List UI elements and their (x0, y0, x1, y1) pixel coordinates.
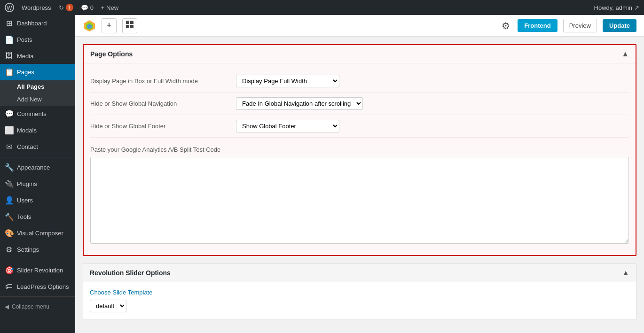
sidebar-label-pages: Pages (17, 69, 34, 76)
svg-rect-7 (126, 25, 129, 28)
revolution-slider-panel: Revolution Slider Options ▲ Choose Slide… (83, 263, 636, 319)
wp-logo-icon[interactable]: W (5, 3, 14, 12)
sidebar-divider-3 (0, 296, 75, 297)
new-label: + New (101, 4, 118, 11)
preview-button[interactable]: Preview (563, 19, 597, 32)
footer-select[interactable]: Show Global Footer Hide Global Footer (236, 120, 339, 132)
sidebar-item-contact[interactable]: ✉ Contact (0, 139, 75, 155)
footer-control: Show Global Footer Hide Global Footer (236, 120, 339, 132)
posts-icon: 📄 (5, 35, 13, 44)
sidebar-label-media: Media (17, 53, 33, 60)
sidebar-label-tools: Tools (17, 213, 31, 220)
sidebar-item-appearance[interactable]: 🔧 Appearance (0, 159, 75, 176)
sidebar-item-pages[interactable]: 📋 Pages (0, 64, 75, 80)
svg-text:W: W (7, 5, 12, 11)
plus-icon: + (107, 21, 112, 31)
sidebar-label-visual-composer: Visual Composer (17, 230, 63, 237)
analytics-label: Paste your Google Analytics A/B Split Te… (90, 142, 220, 153)
howdy-text: Howdy, admin (594, 4, 632, 11)
leadpress-icon: 🏷 (5, 282, 13, 291)
footer-row: Hide or Show Global Footer Show Global F… (90, 115, 629, 138)
svg-rect-6 (130, 21, 134, 24)
sidebar-subitem-add-new[interactable]: Add New (0, 93, 75, 106)
app-logo (83, 19, 96, 32)
sidebar-item-dashboard[interactable]: ⊞ Dashboard (0, 15, 75, 31)
sidebar-divider-2 (0, 260, 75, 260)
revolution-slider-header: Revolution Slider Options ▲ (83, 264, 636, 282)
sidebar-label-users: Users (17, 197, 33, 204)
sidebar-item-plugins[interactable]: 🔌 Plugins (0, 176, 75, 192)
media-icon: 🖼 (5, 52, 13, 60)
appearance-icon: 🔧 (5, 163, 13, 172)
slider-revolution-icon: 🎯 (5, 266, 13, 275)
sidebar-item-posts[interactable]: 📄 Posts (0, 31, 75, 48)
sidebar-label-contact: Contact (17, 143, 38, 150)
navigation-select[interactable]: Fade In Global Navigation after scrollin… (236, 97, 363, 110)
svg-rect-8 (130, 25, 134, 28)
grid-layout-button[interactable] (122, 18, 137, 33)
visual-composer-icon: 🎨 (5, 229, 13, 238)
collapse-menu-label: Collapse menu (12, 303, 49, 310)
collapse-menu-item[interactable]: ◀ Collapse menu (0, 299, 75, 315)
sidebar-item-users[interactable]: 👤 Users (0, 192, 75, 209)
analytics-row: Paste your Google Analytics A/B Split Te… (90, 138, 629, 248)
display-page-row: Display Page in Box or Full Width mode D… (90, 70, 629, 93)
navigation-control: Fade In Global Navigation after scrollin… (236, 97, 363, 110)
revolution-slider-title: Revolution Slider Options (90, 269, 171, 277)
frontend-button[interactable]: Frontend (518, 19, 557, 32)
sidebar-item-visual-composer[interactable]: 🎨 Visual Composer (0, 225, 75, 241)
sidebar-label-plugins: Plugins (17, 180, 37, 187)
updates-count: 1 (66, 4, 73, 11)
sidebar-label-settings: Settings (17, 246, 39, 253)
revolution-slider-body: Choose Slide Template default (83, 282, 636, 319)
page-options-header: Page Options ▲ (84, 45, 636, 63)
collapse-arrow-icon: ◀ (5, 303, 9, 310)
page-options-toggle[interactable]: ▲ (621, 50, 629, 58)
sidebar-subitem-all-pages[interactable]: All Pages (0, 80, 75, 93)
sidebar-item-slider-revolution[interactable]: 🎯 Slider Revolution (0, 262, 75, 279)
updates-item[interactable]: ↻ 1 (59, 4, 73, 11)
sidebar-item-media[interactable]: 🖼 Media (0, 48, 75, 64)
add-element-button[interactable]: + (102, 18, 117, 33)
dashboard-icon: ⊞ (5, 19, 13, 28)
page-area: Page Options ▲ Display Page in Box or Fu… (75, 37, 644, 333)
updates-icon: ↻ (59, 4, 64, 11)
footer-label: Hide or Show Global Footer (90, 123, 236, 130)
comments-count: 0 (90, 4, 94, 11)
tools-icon: 🔨 (5, 212, 13, 221)
new-item[interactable]: + New (101, 4, 118, 11)
sidebar-item-modals[interactable]: ⬜ Modals (0, 122, 75, 139)
settings-icon: ⚙ (5, 245, 13, 254)
gear-icon: ⚙ (502, 21, 510, 31)
comments-nav-icon: 💬 (5, 109, 13, 118)
site-name[interactable]: Wordpress (22, 4, 51, 11)
sidebar-label-comments: Comments (17, 110, 47, 117)
pages-icon: 📋 (5, 68, 13, 77)
sidebar-divider (0, 157, 75, 157)
modals-icon: ⬜ (5, 126, 13, 135)
navigation-row: Hide or Show Global Navigation Fade In G… (90, 93, 629, 115)
page-options-panel: Page Options ▲ Display Page in Box or Fu… (83, 44, 636, 256)
grid-icon (126, 20, 134, 31)
analytics-textarea[interactable] (90, 157, 629, 244)
revolution-slider-toggle[interactable]: ▲ (622, 269, 629, 277)
update-button[interactable]: Update (603, 19, 636, 32)
sidebar-item-tools[interactable]: 🔨 Tools (0, 209, 75, 225)
main-content: + ⚙ Frontend Preview Update (75, 15, 644, 333)
display-page-select[interactable]: Display Page Full Width Display Page in … (236, 75, 339, 87)
sidebar-label-dashboard: Dashboard (17, 20, 47, 27)
pages-submenu: All Pages Add New (0, 80, 75, 106)
external-link-icon: ↗ (634, 4, 639, 11)
display-page-control: Display Page Full Width Display Page in … (236, 75, 339, 87)
sidebar-item-leadpress-options[interactable]: 🏷 LeadPress Options (0, 279, 75, 294)
sidebar-label-leadpress: LeadPress Options (17, 283, 69, 290)
sidebar-item-settings[interactable]: ⚙ Settings (0, 241, 75, 258)
slider-template-label: Choose Slide Template (90, 289, 629, 296)
settings-gear-button[interactable]: ⚙ (500, 18, 512, 33)
sidebar-item-comments[interactable]: 💬 Comments (0, 106, 75, 122)
sidebar-label-modals: Modals (17, 127, 37, 134)
comments-item[interactable]: 💬 0 (81, 4, 94, 11)
howdy-item[interactable]: Howdy, admin ↗ (594, 4, 639, 11)
sidebar-label-appearance: Appearance (17, 164, 50, 171)
slider-template-select[interactable]: default (90, 300, 126, 312)
